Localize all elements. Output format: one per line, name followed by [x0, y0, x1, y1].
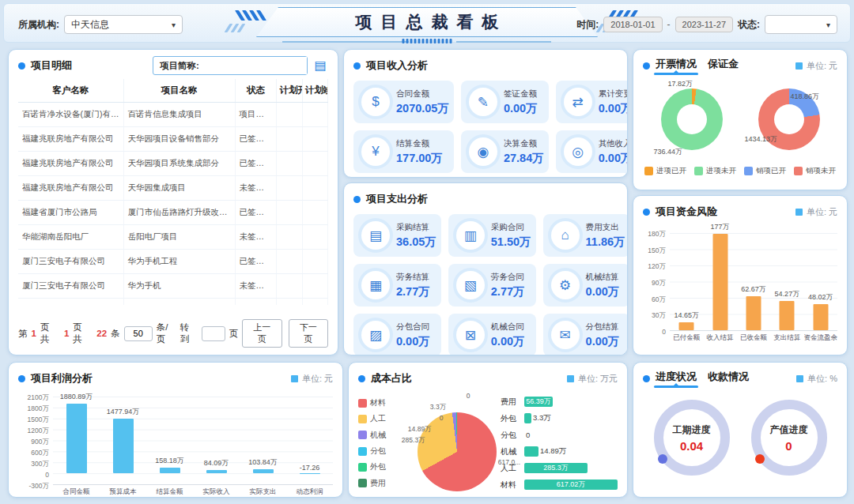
- x-axis-label: 预算成本: [100, 485, 146, 497]
- y-axis-tick: 30万: [652, 311, 666, 321]
- card-value: 0.00万: [396, 334, 430, 349]
- expense-card[interactable]: ▧劳务合同2.77万: [448, 264, 536, 307]
- legend-item[interactable]: 销项已开: [744, 166, 786, 176]
- legend-item[interactable]: 材料: [358, 397, 395, 408]
- bar-value-label: 62.67万: [741, 284, 766, 295]
- card-label: 签证金额: [504, 88, 538, 100]
- table-row[interactable]: 厦门中远海集团发展有限公司厦门中远新办公楼门禁系统已签合同: [18, 299, 328, 306]
- expense-card[interactable]: ▥采购合同51.50万: [448, 214, 536, 257]
- table-row[interactable]: 福建兆联房地产有限公司天华园项目系统集成部分已签合同: [18, 152, 328, 176]
- status-select[interactable]: ▾: [765, 15, 837, 34]
- legend-item[interactable]: 进项未开: [694, 166, 736, 176]
- page-word: 页: [229, 328, 239, 340]
- expense-card[interactable]: ⊠机械合同0.00万: [448, 314, 536, 355]
- tab-progress-status[interactable]: 进度状况: [656, 370, 697, 388]
- expense-card[interactable]: ▨分包合同0.00万: [353, 314, 441, 355]
- card-value: 0.00万: [599, 101, 628, 116]
- bar-合同金额: [66, 404, 87, 473]
- settlement-amount-icon: ¥: [361, 137, 390, 166]
- project-cell: 天华园集成项目: [123, 176, 235, 201]
- prev-page-button[interactable]: 上一页: [242, 319, 282, 348]
- project-abbr-search-input[interactable]: [202, 57, 307, 74]
- panel-dot-icon: [353, 62, 361, 70]
- column-header[interactable]: 计划开始: [277, 79, 302, 103]
- bar-实际支出: [253, 469, 274, 473]
- customer-cell: 厦门中远海集团发展有限公司: [18, 299, 123, 306]
- expense-card[interactable]: ▤采购结算36.05万: [353, 214, 441, 257]
- report-list-icon[interactable]: ▤: [312, 58, 328, 73]
- y-axis-tick: -300万: [28, 482, 49, 491]
- donut-value-label: 1434.13万: [745, 134, 778, 145]
- tab-invoice-status[interactable]: 开票情况: [656, 57, 697, 75]
- legend-item[interactable]: 分包: [358, 446, 395, 457]
- pagination-bar: 第 1 页 共 1 页 共 22 条 条/页 转到 页 上一页 下一页: [18, 319, 328, 348]
- expense-card[interactable]: ▦劳务结算2.77万: [353, 264, 441, 307]
- tab-collection-status[interactable]: 收款情况: [708, 370, 749, 388]
- legend-swatch-icon: [694, 167, 703, 175]
- output-invoice-donut: 418.86万 1434.13万: [742, 77, 837, 160]
- table-row[interactable]: 福建兆联房地产有限公司天华园项目设备销售部分已签合同: [18, 127, 328, 152]
- goto-page-input[interactable]: [202, 326, 225, 341]
- unit-square-icon: [795, 62, 803, 70]
- income-card[interactable]: $合同金额2070.05万: [353, 81, 454, 123]
- project-cell: 天华园项目设备销售部分: [123, 127, 235, 152]
- legend-item[interactable]: 销项未开: [794, 166, 836, 176]
- legend-item[interactable]: 机械: [358, 430, 395, 441]
- customer-cell: 福建省厦门市公路局: [18, 201, 123, 225]
- labor-contract-icon: ▧: [456, 271, 485, 299]
- income-card[interactable]: ⇄累计变更0.00万: [556, 81, 628, 123]
- legend-swatch-icon: [358, 447, 367, 456]
- table-row[interactable]: 厦门三安电子有限公司华为手机未签合同: [18, 274, 328, 299]
- date-to-input[interactable]: 2023-11-27: [675, 17, 733, 32]
- legend-swatch-icon: [644, 167, 653, 175]
- bar-value-label: 84.09万: [204, 458, 229, 468]
- bar-value-label: 1477.94万: [107, 407, 140, 417]
- table-row[interactable]: 厦门三安电子有限公司华为手机工程已签合同: [18, 250, 328, 274]
- plan-start-cell: [277, 225, 302, 250]
- table-row[interactable]: 福建省厦门市公路局厦门市仙岳路路灯升级改造项目已签合同: [18, 201, 328, 225]
- expense-card[interactable]: ✉分包结算0.00万: [543, 314, 628, 355]
- card-label: 采购合同: [491, 222, 531, 233]
- bar-收入结算: [712, 234, 727, 330]
- table-row[interactable]: 福建兆联房地产有限公司天华园集成项目未签合同: [18, 176, 328, 201]
- customer-cell: 福建兆联房地产有限公司: [18, 176, 123, 201]
- x-axis-label: 动态利润: [286, 485, 333, 497]
- next-page-button[interactable]: 下一页: [289, 319, 328, 348]
- expense-card[interactable]: ⌂费用支出11.86万: [543, 214, 628, 257]
- column-header[interactable]: 客户名称: [18, 79, 123, 103]
- table-row[interactable]: 百诺肯净水设备(厦门)有限公司百诺肯信息集成项目项目在建: [18, 103, 328, 127]
- card-value: 27.84万: [504, 151, 544, 166]
- legend-item[interactable]: 费用: [358, 478, 395, 489]
- org-select[interactable]: 中天信息 ▾: [64, 15, 183, 34]
- pie-callout: 14.89万: [408, 425, 432, 434]
- contract-amount-icon: $: [361, 88, 390, 116]
- project-detail-panel: 项目明细 项目简称: ▤ 客户名称项目名称状态计划开始计划竣工 百诺肯净水设备(…: [8, 49, 338, 355]
- y-axis-tick: 1500万: [28, 416, 49, 425]
- legend-item[interactable]: 进项已开: [644, 166, 686, 176]
- legend-item[interactable]: 人工: [358, 413, 395, 424]
- tab-deposit[interactable]: 保证金: [708, 57, 739, 75]
- subcontract-settlement-icon: ✉: [551, 321, 580, 349]
- legend-swatch-icon: [358, 399, 367, 408]
- income-card[interactable]: ¥结算金额177.00万: [353, 130, 454, 173]
- card-label: 分包合同: [396, 322, 430, 333]
- income-card[interactable]: ✎签证金额0.00万: [461, 81, 549, 123]
- page-size-input[interactable]: [124, 326, 153, 341]
- gauge-label: 产值进度: [770, 423, 808, 437]
- plan-start-cell: [277, 201, 302, 225]
- income-card[interactable]: ◉决算金额27.84万: [461, 130, 549, 173]
- y-axis-tick: 0: [662, 328, 666, 336]
- x-axis-label: 实际支出: [240, 485, 286, 497]
- legend-item[interactable]: 外包: [358, 461, 395, 472]
- column-header[interactable]: 状态: [235, 79, 277, 103]
- cost-item-label: 材料: [501, 480, 524, 491]
- bar-value-label: 54.27万: [775, 289, 800, 299]
- card-value: 177.00万: [396, 151, 443, 166]
- date-from-input[interactable]: 2018-01-01: [603, 17, 662, 32]
- column-header[interactable]: 计划竣工: [302, 79, 327, 103]
- table-row[interactable]: 华能湖南岳阳电厂岳阳电厂项目未签合同: [18, 225, 328, 250]
- expense-card[interactable]: ⚙机械结算0.00万: [543, 264, 628, 307]
- column-header[interactable]: 项目名称: [123, 79, 235, 103]
- income-card[interactable]: ◎其他收入0.00万: [556, 130, 628, 173]
- input-invoice-donut: 17.82万 736.44万: [644, 77, 739, 160]
